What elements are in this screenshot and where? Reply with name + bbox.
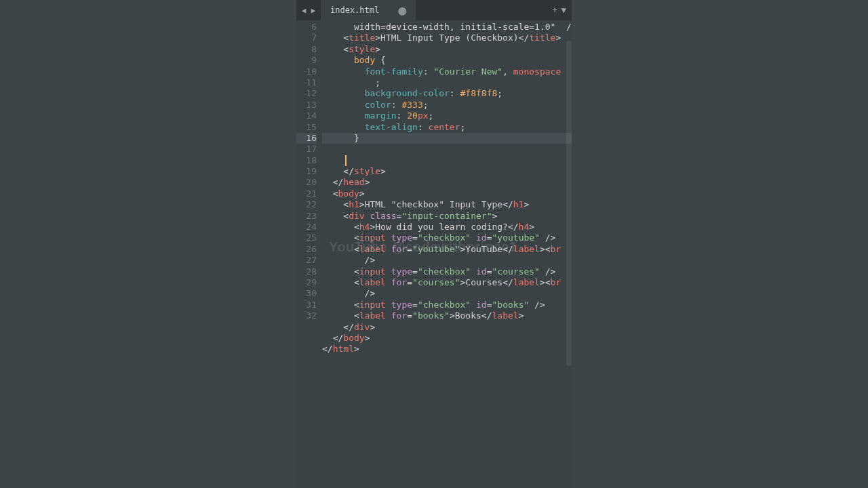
code-line[interactable]: background-color: #f8f8f8; [322, 88, 572, 99]
line-number: 26 [296, 244, 317, 255]
nav-arrows: ◀ ▶ [296, 0, 321, 20]
code-line[interactable]: </style> [322, 166, 572, 177]
line-number: 16 [296, 133, 317, 144]
code-line[interactable]: <style> [322, 44, 572, 55]
line-number-gutter: 6789101112131415161718192021222324252627… [296, 20, 322, 488]
code-area[interactable]: 6789101112131415161718192021222324252627… [296, 20, 572, 488]
line-number: 8 [296, 44, 317, 55]
line-number: 9 [296, 55, 317, 66]
code-line[interactable]: <input type="checkbox" id="youtube" /> [322, 232, 572, 243]
code-line[interactable]: ; [322, 77, 572, 88]
line-number: 32 [296, 310, 317, 321]
code-line[interactable]: <body> [322, 188, 572, 199]
line-number: 27 [296, 255, 317, 266]
tabbar-spacer [416, 0, 552, 20]
tabbar-right: + ▼ [553, 0, 572, 20]
vertical-scrollbar[interactable] [566, 41, 572, 420]
line-number: 23 [296, 211, 317, 222]
tab-label: index.html [330, 5, 379, 15]
line-number: 13 [296, 100, 317, 110]
code-line[interactable]: <label for="books">Books</label> [322, 310, 572, 321]
code-line[interactable]: <div class="input-container"> [322, 211, 572, 222]
code-line[interactable] [322, 144, 572, 155]
line-number: 12 [296, 88, 317, 99]
line-number: 31 [296, 300, 317, 310]
code-line[interactable]: <input type="checkbox" id="books" /> [322, 300, 572, 310]
editor-window: ◀ ▶ index.html ● + ▼ 6789101112131415161… [296, 0, 572, 488]
code-line[interactable]: <input type="checkbox" id="courses" /> [322, 266, 572, 277]
line-number: 25 [296, 232, 317, 243]
line-number: 22 [296, 199, 317, 210]
code-line[interactable]: text-align: center; [322, 122, 572, 133]
code-line[interactable]: <h4>How did you learn coding?</h4> [322, 222, 572, 232]
code-line[interactable]: </div> [322, 322, 572, 333]
line-number: 11 [296, 77, 317, 88]
nav-back-button[interactable]: ◀ [299, 5, 309, 15]
code-line[interactable]: font-family: "Courier New", monospace [322, 66, 572, 77]
code-line[interactable]: /> [322, 288, 572, 299]
tab-index-html[interactable]: index.html ● [321, 0, 416, 20]
line-number: 19 [296, 166, 317, 177]
code-line[interactable] [322, 155, 572, 166]
code-line[interactable]: margin: 20px; [322, 110, 572, 121]
line-number: 29 [296, 277, 317, 288]
tab-dirty-indicator[interactable]: ● [398, 7, 406, 14]
code-line[interactable]: /> [322, 255, 572, 266]
code-line[interactable]: } [322, 133, 572, 144]
line-number: 17 [296, 144, 317, 155]
code-line[interactable]: body { [322, 55, 572, 66]
code-line[interactable]: <h1>HTML "checkbox" Input Type</h1> [322, 199, 572, 210]
line-number: 6 [296, 22, 317, 33]
code-line[interactable] [322, 355, 572, 366]
line-number: 30 [296, 288, 317, 299]
code-line[interactable]: color: #333; [322, 100, 572, 110]
code-line[interactable]: </html> [322, 344, 572, 354]
line-number: 24 [296, 222, 317, 232]
line-number: 21 [296, 188, 317, 199]
line-number: 20 [296, 177, 317, 188]
line-number: 10 [296, 66, 317, 77]
tab-dropdown-icon[interactable]: ▼ [561, 5, 566, 15]
code-line[interactable]: </body> [322, 333, 572, 344]
new-tab-icon[interactable]: + [553, 5, 557, 15]
code-content[interactable]: width=device-width, initial-scale=1.0" /… [322, 20, 572, 488]
line-number: 14 [296, 110, 317, 121]
code-line[interactable]: <title>HTML Input Type (Checkbox)</title… [322, 33, 572, 43]
scrollbar-thumb[interactable] [566, 41, 572, 366]
code-line[interactable]: </head> [322, 177, 572, 188]
code-line[interactable]: <label for="courses">Courses</label><br [322, 277, 572, 288]
nav-forward-button[interactable]: ▶ [309, 5, 318, 15]
line-number: 15 [296, 122, 317, 133]
line-number: 7 [296, 33, 317, 43]
tab-bar: ◀ ▶ index.html ● + ▼ [296, 0, 572, 20]
code-line[interactable]: width=device-width, initial-scale=1.0" /… [322, 22, 572, 33]
code-line[interactable]: <label for="youtube">YouTube</label><br [322, 244, 572, 255]
line-number: 28 [296, 266, 317, 277]
text-cursor [345, 155, 347, 166]
line-number: 18 [296, 155, 317, 166]
